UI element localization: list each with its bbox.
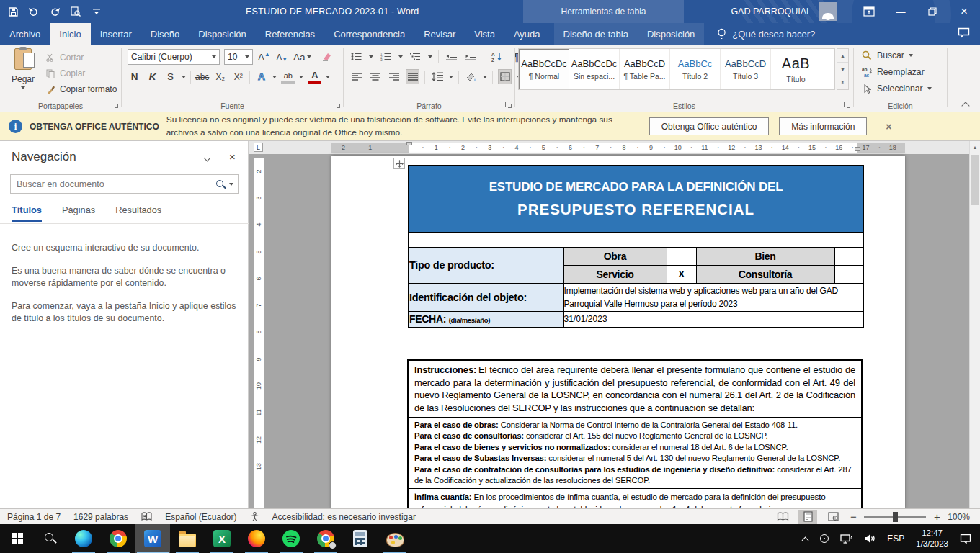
- styles-scroll-down-icon[interactable]: ▼: [837, 63, 848, 76]
- taskbar-word[interactable]: W: [135, 524, 170, 553]
- volume-icon[interactable]: [864, 534, 876, 544]
- taskbar-explorer[interactable]: [170, 524, 205, 553]
- cell-servicio-mark[interactable]: X: [667, 265, 696, 283]
- minimize-button[interactable]: —: [885, 0, 917, 23]
- clock[interactable]: 12:471/3/2023: [916, 528, 948, 549]
- document-title-banner[interactable]: ESTUDIO DE MERCADO PARA LA DEFINICIÓN DE…: [409, 166, 863, 232]
- taskbar-chrome-profile[interactable]: [308, 524, 343, 553]
- language-indicator[interactable]: Español (Ecuador): [165, 512, 236, 522]
- instruction-case[interactable]: Para el caso de contratación de consulto…: [414, 464, 855, 487]
- indent-marker-right[interactable]: [855, 147, 860, 151]
- taskbar-calculator[interactable]: [343, 524, 378, 553]
- fecha-value[interactable]: 31/01/2023: [564, 311, 863, 328]
- zoom-level[interactable]: 100%: [948, 512, 970, 522]
- tab-diseno-de-tabla[interactable]: Diseño de tabla: [554, 23, 638, 45]
- instruction-case[interactable]: Para el caso de obras:Considerar la Norm…: [414, 420, 855, 431]
- indent-marker-left[interactable]: [406, 142, 412, 145]
- scrollbar-thumb[interactable]: [971, 155, 979, 205]
- numbering-dropdown-icon[interactable]: [398, 55, 403, 58]
- avatar[interactable]: [819, 2, 837, 21]
- cell-consultoria[interactable]: Consultoría: [696, 265, 834, 283]
- proofing-icon[interactable]: [141, 512, 152, 521]
- styles-scroll-up-icon[interactable]: ▲: [837, 49, 848, 63]
- word-count[interactable]: 1629 palabras: [74, 512, 128, 522]
- start-button[interactable]: [0, 524, 35, 553]
- taskbar-search-button[interactable]: [35, 524, 66, 553]
- text-effects-button[interactable]: A: [254, 69, 268, 84]
- identificacion-label[interactable]: Identificación del objeto:: [409, 283, 564, 311]
- instruction-case[interactable]: Para el caso de Subastas Inversas:consid…: [414, 453, 855, 464]
- vertical-scrollbar[interactable]: ▲: [969, 141, 980, 509]
- warning-close-icon[interactable]: ×: [886, 121, 891, 132]
- account-name[interactable]: GAD PARROQUIAL: [731, 6, 811, 17]
- align-center-button[interactable]: [368, 69, 382, 84]
- tab-referencias[interactable]: Referencias: [256, 23, 324, 45]
- identificacion-value[interactable]: Implementación del sistema web y aplicac…: [564, 283, 863, 311]
- tab-selector[interactable]: L: [254, 143, 263, 152]
- print-preview-icon[interactable]: [70, 6, 81, 17]
- nav-tab-titulos[interactable]: Títulos: [12, 204, 42, 222]
- align-left-button[interactable]: [349, 69, 363, 84]
- undo-icon[interactable]: [28, 6, 40, 17]
- shading-button[interactable]: [464, 69, 478, 84]
- accessibility-status[interactable]: Accesibilidad: es necesario investigar: [272, 512, 416, 522]
- redo-icon[interactable]: [49, 6, 61, 17]
- text-effects-dropdown-icon[interactable]: [272, 76, 277, 78]
- scroll-up-icon[interactable]: ▲: [970, 141, 980, 153]
- tray-circle-icon[interactable]: [820, 534, 829, 543]
- increase-indent-button[interactable]: [464, 49, 478, 64]
- underline-dropdown-icon[interactable]: [182, 76, 186, 78]
- decrease-indent-button[interactable]: [445, 49, 458, 64]
- borders-button[interactable]: [498, 69, 512, 84]
- underline-button[interactable]: S: [164, 69, 177, 84]
- font-color-button[interactable]: A: [308, 69, 321, 84]
- ribbon-display-options-icon[interactable]: [853, 0, 885, 23]
- close-button[interactable]: ×: [948, 0, 980, 23]
- tab-vista[interactable]: Vista: [465, 23, 504, 45]
- highlight-dropdown-icon[interactable]: [299, 76, 303, 78]
- instruction-note[interactable]: Ínfima cuantía:En los procedimientos de …: [414, 491, 855, 509]
- grow-font-button[interactable]: A▲: [257, 50, 271, 65]
- style-card[interactable]: AaBbCcD ¶ Table Pa...: [620, 49, 670, 89]
- nav-search-box[interactable]: [10, 174, 239, 194]
- subscript-button[interactable]: X₂: [213, 69, 227, 84]
- tipo-producto-label[interactable]: Tipo de producto:: [409, 247, 564, 283]
- bold-button[interactable]: N: [128, 69, 141, 84]
- taskbar-firefox[interactable]: [239, 524, 274, 553]
- restore-button[interactable]: [917, 0, 948, 23]
- network-icon[interactable]: [840, 534, 852, 544]
- numbering-button[interactable]: 123: [379, 49, 393, 64]
- fecha-label[interactable]: FECHA: (día/mes/año): [409, 311, 564, 328]
- font-color-dropdown-icon[interactable]: [326, 76, 330, 78]
- align-right-button[interactable]: [387, 69, 401, 84]
- style-card[interactable]: AaBbCcDc ¶ Normal: [519, 49, 569, 89]
- font-size-combo[interactable]: 10: [224, 49, 253, 65]
- get-genuine-office-button[interactable]: Obtenga Office auténtico: [649, 117, 770, 135]
- instructions-notes[interactable]: Ínfima cuantía:En los procedimientos de …: [409, 488, 861, 509]
- tab-correspondencia[interactable]: Correspondencia: [324, 23, 414, 45]
- taskbar-chrome[interactable]: [101, 524, 135, 553]
- copy-button[interactable]: Copiar: [45, 66, 85, 81]
- taskbar-excel[interactable]: X: [205, 524, 239, 553]
- taskbar-spotify[interactable]: [274, 524, 308, 553]
- horizontal-ruler[interactable]: 123456789101112131415161718: [409, 143, 893, 153]
- collapse-ribbon-icon[interactable]: [963, 102, 970, 106]
- multilevel-dropdown-icon[interactable]: [428, 55, 432, 58]
- taskbar-edge[interactable]: [66, 524, 101, 553]
- nav-tab-resultados[interactable]: Resultados: [115, 204, 161, 222]
- accessibility-icon[interactable]: [250, 512, 259, 521]
- highlight-button[interactable]: ab: [281, 69, 295, 84]
- styles-gallery-expand-icon[interactable]: ⇟: [837, 76, 848, 89]
- nav-pane-close-icon[interactable]: ×: [229, 150, 236, 163]
- action-center-icon[interactable]: [960, 534, 971, 544]
- line-spacing-dropdown-icon[interactable]: [449, 76, 453, 78]
- zoom-in-button[interactable]: +: [932, 511, 941, 523]
- cell-servicio[interactable]: Servicio: [564, 265, 667, 283]
- select-button[interactable]: Seleccionar: [861, 84, 932, 94]
- search-icon[interactable]: [215, 179, 226, 190]
- justify-button[interactable]: [406, 69, 419, 84]
- font-dialog-launcher[interactable]: [334, 102, 341, 109]
- document-page[interactable]: ESTUDIO DE MERCADO PARA LA DEFINICIÓN DE…: [331, 156, 905, 509]
- tab-disposicion[interactable]: Disposición: [189, 23, 255, 45]
- tab-disposicion-tabla[interactable]: Disposición: [638, 23, 704, 45]
